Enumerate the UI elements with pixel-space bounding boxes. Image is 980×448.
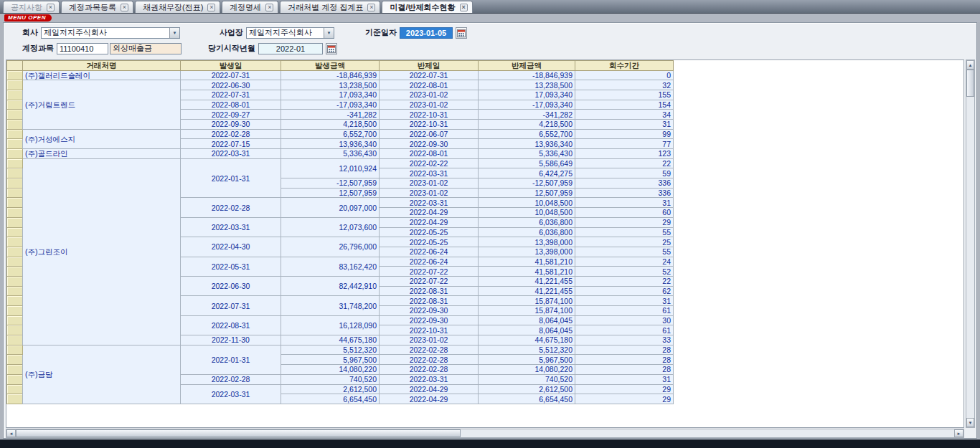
collection-days-cell: 155	[575, 90, 674, 100]
horizontal-scrollbar[interactable]: ◄ ►	[6, 429, 964, 438]
settle-amount-cell: 13,238,500	[479, 80, 575, 90]
settle-date-cell: 2022-10-31	[380, 119, 479, 129]
collection-days-cell: 55	[575, 247, 674, 257]
tab-계정과목등록[interactable]: 계정과목등록×	[61, 1, 133, 13]
settle-date-cell: 2022-04-29	[380, 394, 479, 404]
settle-date-cell: 2022-07-22	[380, 267, 479, 277]
tab-close-icon[interactable]: ×	[460, 4, 468, 11]
occur-date-cell: 2022-07-31	[181, 70, 281, 80]
horizontal-scroll-thumb[interactable]	[16, 429, 461, 437]
row-selector[interactable]	[7, 158, 23, 168]
collection-days-cell: 61	[575, 325, 674, 335]
row-selector[interactable]	[7, 237, 23, 247]
horizontal-scroll-track[interactable]	[461, 429, 954, 437]
settle-amount-cell: 10,048,500	[479, 198, 575, 208]
collection-days-cell: 0	[575, 70, 674, 80]
row-selector[interactable]	[7, 394, 23, 404]
tab-채권채무장(전표)[interactable]: 채권채무장(전표)×	[135, 1, 220, 13]
scroll-down-icon[interactable]: ▼	[966, 418, 974, 427]
base-date-input[interactable]: 2023-01-05	[400, 27, 453, 39]
collection-days-cell: 60	[575, 208, 674, 218]
row-selector[interactable]	[7, 345, 23, 355]
vertical-scroll-thumb[interactable]	[966, 70, 974, 97]
row-selector[interactable]	[7, 168, 23, 178]
row-selector[interactable]	[7, 267, 23, 277]
row-selector[interactable]	[7, 286, 23, 296]
tab-close-icon[interactable]: ×	[47, 4, 55, 11]
row-selector[interactable]	[7, 276, 23, 286]
tab-close-icon[interactable]: ×	[265, 4, 273, 11]
settle-date-cell: 2023-01-02	[380, 178, 479, 189]
row-selector[interactable]	[7, 315, 23, 325]
column-header[interactable]: 반제금액	[479, 61, 575, 71]
row-selector[interactable]	[7, 374, 23, 384]
row-selector[interactable]	[7, 355, 23, 365]
column-header[interactable]: 발생금액	[281, 61, 380, 71]
row-selector[interactable]	[7, 149, 23, 159]
settle-date-cell: 2022-09-30	[380, 139, 479, 149]
settle-date-cell: 2022-02-28	[380, 365, 479, 375]
row-selector[interactable]	[7, 80, 23, 90]
occur-amount-cell: 2,612,500	[281, 384, 380, 394]
row-selector[interactable]	[7, 208, 23, 218]
row-selector[interactable]	[7, 90, 23, 100]
company-select[interactable]: 제일저지주식회사 ▼	[41, 27, 180, 39]
row-selector[interactable]	[7, 247, 23, 257]
calendar-icon[interactable]	[456, 27, 467, 39]
row-selector[interactable]	[7, 178, 23, 189]
row-selector[interactable]	[7, 335, 23, 345]
scroll-up-icon[interactable]: ▲	[966, 60, 974, 70]
tab-close-icon[interactable]: ×	[207, 4, 215, 11]
occur-amount-cell: 26,796,000	[281, 237, 380, 257]
column-header[interactable]: 발생일	[181, 61, 281, 71]
row-selector[interactable]	[7, 188, 23, 198]
settle-amount-cell: 5,512,320	[479, 345, 575, 355]
collection-days-cell: 55	[575, 227, 674, 237]
row-selector[interactable]	[7, 70, 23, 80]
row-selector[interactable]	[7, 257, 23, 267]
row-selector[interactable]	[7, 100, 23, 110]
tab-close-icon[interactable]: ×	[121, 4, 128, 11]
occur-date-cell: 2022-06-30	[181, 80, 281, 90]
row-selector[interactable]	[7, 365, 23, 375]
occur-amount-cell: -12,507,959	[281, 178, 380, 189]
tab-미결/반제회수현황[interactable]: 미결/반제회수현황×	[382, 1, 472, 13]
collection-days-cell: 123	[575, 149, 674, 159]
row-selector[interactable]	[7, 110, 23, 120]
site-select[interactable]: 제일저지주식회사 ▼	[246, 27, 334, 39]
column-header[interactable]: 회수기간	[575, 61, 674, 71]
row-selector[interactable]	[7, 119, 23, 129]
account-code-input[interactable]: 11100410	[57, 43, 108, 54]
row-selector[interactable]	[7, 306, 23, 316]
menu-open-button[interactable]: MENU OPEN	[4, 14, 52, 22]
chevron-down-icon[interactable]: ▼	[169, 28, 179, 38]
scroll-right-icon[interactable]: ►	[954, 429, 963, 437]
tab-계정명세[interactable]: 계정명세×	[222, 1, 278, 13]
vertical-scrollbar[interactable]: ▲ ▼	[966, 59, 975, 428]
column-header[interactable]: 거래처명	[23, 61, 181, 71]
tab-거래처별 계정 집계표[interactable]: 거래처별 계정 집계표×	[280, 1, 380, 13]
chevron-down-icon[interactable]: ▼	[324, 28, 334, 38]
occur-date-cell: 2022-02-28	[181, 129, 281, 139]
row-selector[interactable]	[7, 129, 23, 139]
scroll-left-icon[interactable]: ◄	[6, 429, 16, 437]
row-selector[interactable]	[7, 227, 23, 237]
table-row: (주)거성에스지2022-02-286,552,7002022-06-076,5…	[7, 129, 674, 139]
row-selector[interactable]	[7, 139, 23, 149]
tab-close-icon[interactable]: ×	[367, 4, 375, 11]
period-start-input[interactable]: 2022-01	[258, 43, 323, 54]
occur-amount-cell: 12,507,959	[281, 188, 380, 198]
calendar-icon[interactable]	[326, 43, 337, 54]
tab-공지사항[interactable]: 공지사항×	[3, 1, 60, 13]
column-header[interactable]: 반제일	[380, 61, 479, 71]
row-selector[interactable]	[7, 384, 23, 394]
row-selector[interactable]	[7, 198, 23, 208]
settle-amount-cell: 8,064,045	[479, 325, 575, 335]
row-selector[interactable]	[7, 217, 23, 227]
company-label: 회사	[9, 27, 38, 38]
row-selector[interactable]	[7, 296, 23, 306]
collection-days-cell: 24	[575, 257, 674, 267]
table-row: (주)갤러리드슬레이2022-07-31-18,846,9392022-07-3…	[7, 70, 674, 80]
row-selector[interactable]	[7, 325, 23, 335]
base-date-label: 기준일자	[359, 27, 397, 38]
